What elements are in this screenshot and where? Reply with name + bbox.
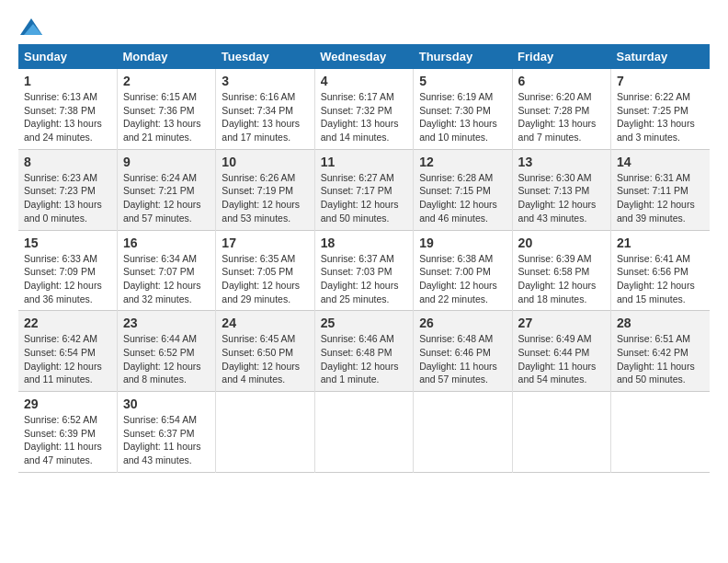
day-info: Sunrise: 6:48 AM Sunset: 6:46 PM Dayligh… (419, 332, 506, 386)
calendar-cell: 25Sunrise: 6:46 AM Sunset: 6:48 PM Dayli… (314, 311, 413, 392)
weekday-header-row: SundayMondayTuesdayWednesdayThursdayFrid… (18, 44, 710, 69)
day-info: Sunrise: 6:35 AM Sunset: 7:05 PM Dayligh… (222, 252, 308, 306)
calendar-cell: 29Sunrise: 6:52 AM Sunset: 6:39 PM Dayli… (18, 392, 117, 473)
day-number: 13 (518, 155, 605, 169)
day-number: 16 (123, 236, 210, 250)
day-number: 18 (321, 236, 407, 250)
day-info: Sunrise: 6:30 AM Sunset: 7:13 PM Dayligh… (518, 171, 605, 225)
calendar-cell (414, 392, 512, 473)
calendar-cell (216, 392, 314, 473)
logo (18, 18, 42, 35)
calendar-cell (611, 392, 710, 473)
weekday-header-friday: Friday (512, 44, 610, 69)
day-number: 6 (518, 74, 605, 88)
calendar-cell: 16Sunrise: 6:34 AM Sunset: 7:07 PM Dayli… (117, 230, 215, 311)
calendar-cell: 11Sunrise: 6:27 AM Sunset: 7:17 PM Dayli… (314, 149, 413, 230)
day-info: Sunrise: 6:33 AM Sunset: 7:09 PM Dayligh… (24, 252, 111, 306)
calendar-cell (512, 392, 610, 473)
calendar-cell: 17Sunrise: 6:35 AM Sunset: 7:05 PM Dayli… (216, 230, 314, 311)
calendar-cell: 5Sunrise: 6:19 AM Sunset: 7:30 PM Daylig… (414, 69, 512, 149)
calendar-week-row: 29Sunrise: 6:52 AM Sunset: 6:39 PM Dayli… (18, 392, 710, 473)
calendar-cell: 3Sunrise: 6:16 AM Sunset: 7:34 PM Daylig… (216, 69, 314, 149)
day-info: Sunrise: 6:46 AM Sunset: 6:48 PM Dayligh… (321, 332, 407, 386)
day-number: 17 (222, 236, 308, 250)
calendar-cell: 30Sunrise: 6:54 AM Sunset: 6:37 PM Dayli… (117, 392, 215, 473)
day-info: Sunrise: 6:41 AM Sunset: 6:56 PM Dayligh… (617, 252, 704, 306)
weekday-header-sunday: Sunday (18, 44, 117, 69)
day-number: 27 (518, 316, 605, 330)
day-number: 4 (321, 74, 407, 88)
calendar-cell (314, 392, 413, 473)
calendar-week-row: 8Sunrise: 6:23 AM Sunset: 7:23 PM Daylig… (18, 149, 710, 230)
day-number: 5 (419, 74, 506, 88)
page-header (18, 18, 710, 35)
day-number: 20 (518, 236, 605, 250)
day-number: 22 (24, 316, 111, 330)
calendar-cell: 7Sunrise: 6:22 AM Sunset: 7:25 PM Daylig… (611, 69, 710, 149)
day-info: Sunrise: 6:49 AM Sunset: 6:44 PM Dayligh… (518, 332, 605, 386)
calendar-cell: 9Sunrise: 6:24 AM Sunset: 7:21 PM Daylig… (117, 149, 215, 230)
calendar-cell: 14Sunrise: 6:31 AM Sunset: 7:11 PM Dayli… (611, 149, 710, 230)
day-info: Sunrise: 6:17 AM Sunset: 7:32 PM Dayligh… (321, 90, 407, 144)
calendar-cell: 13Sunrise: 6:30 AM Sunset: 7:13 PM Dayli… (512, 149, 610, 230)
calendar-cell: 27Sunrise: 6:49 AM Sunset: 6:44 PM Dayli… (512, 311, 610, 392)
day-info: Sunrise: 6:16 AM Sunset: 7:34 PM Dayligh… (222, 90, 308, 144)
day-number: 9 (123, 155, 210, 169)
day-info: Sunrise: 6:52 AM Sunset: 6:39 PM Dayligh… (24, 413, 111, 467)
calendar-cell: 20Sunrise: 6:39 AM Sunset: 6:58 PM Dayli… (512, 230, 610, 311)
day-number: 29 (24, 396, 111, 411)
calendar-week-row: 22Sunrise: 6:42 AM Sunset: 6:54 PM Dayli… (18, 311, 710, 392)
day-number: 14 (617, 155, 704, 169)
calendar-week-row: 15Sunrise: 6:33 AM Sunset: 7:09 PM Dayli… (18, 230, 710, 311)
day-info: Sunrise: 6:27 AM Sunset: 7:17 PM Dayligh… (321, 171, 407, 225)
weekday-header-monday: Monday (117, 44, 215, 69)
day-info: Sunrise: 6:44 AM Sunset: 6:52 PM Dayligh… (123, 332, 210, 386)
day-info: Sunrise: 6:38 AM Sunset: 7:00 PM Dayligh… (419, 252, 506, 306)
day-info: Sunrise: 6:31 AM Sunset: 7:11 PM Dayligh… (617, 171, 704, 225)
calendar-cell: 22Sunrise: 6:42 AM Sunset: 6:54 PM Dayli… (18, 311, 117, 392)
day-info: Sunrise: 6:22 AM Sunset: 7:25 PM Dayligh… (617, 90, 704, 144)
day-number: 23 (123, 316, 210, 330)
calendar-cell: 15Sunrise: 6:33 AM Sunset: 7:09 PM Dayli… (18, 230, 117, 311)
day-info: Sunrise: 6:26 AM Sunset: 7:19 PM Dayligh… (222, 171, 308, 225)
day-number: 10 (222, 155, 308, 169)
day-info: Sunrise: 6:13 AM Sunset: 7:38 PM Dayligh… (24, 90, 111, 144)
calendar-cell: 19Sunrise: 6:38 AM Sunset: 7:00 PM Dayli… (414, 230, 512, 311)
day-info: Sunrise: 6:37 AM Sunset: 7:03 PM Dayligh… (321, 252, 407, 306)
calendar-week-row: 1Sunrise: 6:13 AM Sunset: 7:38 PM Daylig… (18, 69, 710, 149)
day-number: 28 (617, 316, 704, 330)
calendar-cell: 2Sunrise: 6:15 AM Sunset: 7:36 PM Daylig… (117, 69, 215, 149)
day-number: 26 (419, 316, 506, 330)
calendar-cell: 4Sunrise: 6:17 AM Sunset: 7:32 PM Daylig… (314, 69, 413, 149)
calendar-cell: 26Sunrise: 6:48 AM Sunset: 6:46 PM Dayli… (414, 311, 512, 392)
day-info: Sunrise: 6:39 AM Sunset: 6:58 PM Dayligh… (518, 252, 605, 306)
day-info: Sunrise: 6:51 AM Sunset: 6:42 PM Dayligh… (617, 332, 704, 386)
day-info: Sunrise: 6:54 AM Sunset: 6:37 PM Dayligh… (123, 413, 210, 467)
day-number: 11 (321, 155, 407, 169)
calendar-cell: 24Sunrise: 6:45 AM Sunset: 6:50 PM Dayli… (216, 311, 314, 392)
day-number: 1 (24, 74, 111, 88)
day-info: Sunrise: 6:34 AM Sunset: 7:07 PM Dayligh… (123, 252, 210, 306)
calendar-cell: 28Sunrise: 6:51 AM Sunset: 6:42 PM Dayli… (611, 311, 710, 392)
weekday-header-wednesday: Wednesday (314, 44, 413, 69)
day-number: 7 (617, 74, 704, 88)
day-info: Sunrise: 6:28 AM Sunset: 7:15 PM Dayligh… (419, 171, 506, 225)
day-number: 24 (222, 316, 308, 330)
calendar-cell: 8Sunrise: 6:23 AM Sunset: 7:23 PM Daylig… (18, 149, 117, 230)
calendar-cell: 10Sunrise: 6:26 AM Sunset: 7:19 PM Dayli… (216, 149, 314, 230)
day-info: Sunrise: 6:23 AM Sunset: 7:23 PM Dayligh… (24, 171, 111, 225)
day-number: 12 (419, 155, 506, 169)
calendar-cell: 23Sunrise: 6:44 AM Sunset: 6:52 PM Dayli… (117, 311, 215, 392)
calendar-cell: 18Sunrise: 6:37 AM Sunset: 7:03 PM Dayli… (314, 230, 413, 311)
weekday-header-thursday: Thursday (414, 44, 512, 69)
day-number: 2 (123, 74, 210, 88)
weekday-header-saturday: Saturday (611, 44, 710, 69)
day-number: 19 (419, 236, 506, 250)
day-number: 15 (24, 236, 111, 250)
calendar-table: SundayMondayTuesdayWednesdayThursdayFrid… (18, 44, 710, 473)
day-number: 21 (617, 236, 704, 250)
day-number: 25 (321, 316, 407, 330)
calendar-cell: 6Sunrise: 6:20 AM Sunset: 7:28 PM Daylig… (512, 69, 610, 149)
day-info: Sunrise: 6:20 AM Sunset: 7:28 PM Dayligh… (518, 90, 605, 144)
day-number: 8 (24, 155, 111, 169)
